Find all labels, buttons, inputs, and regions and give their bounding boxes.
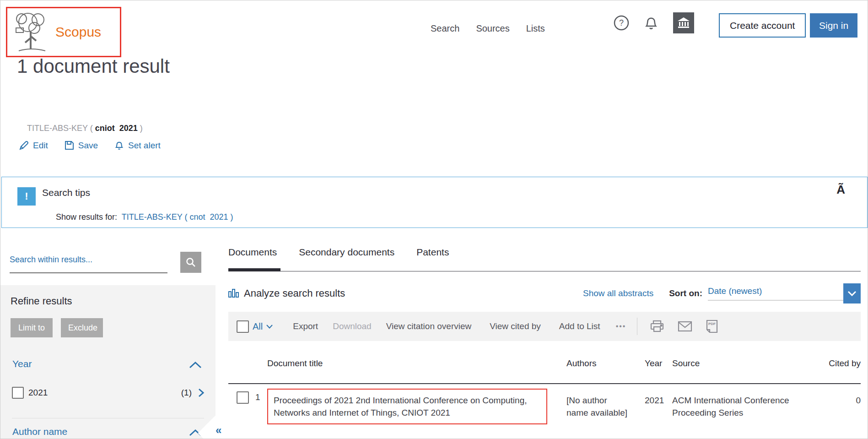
toolbar-divider xyxy=(637,318,637,335)
row-index: 1 xyxy=(255,392,260,402)
search-query: TITLE-ABS-KEY ( cniot 2021 ) xyxy=(18,114,143,143)
results-toolbar: All Export Download View citation overvi… xyxy=(228,312,861,341)
export-button[interactable]: Export xyxy=(293,321,318,331)
chevron-down-icon xyxy=(847,291,857,296)
svg-text:PDF: PDF xyxy=(708,322,716,326)
top-navigation: Search Sources Lists xyxy=(431,23,545,34)
exclude-button[interactable]: Exclude xyxy=(61,318,103,337)
svg-text:?: ? xyxy=(619,18,624,27)
save-query-link[interactable]: Save xyxy=(65,140,98,151)
print-icon[interactable] xyxy=(650,320,664,333)
sort-dropdown-button[interactable] xyxy=(843,283,861,304)
active-tab-indicator xyxy=(228,268,280,271)
alert-bell-icon xyxy=(114,140,124,151)
more-options-icon[interactable]: ••• xyxy=(616,322,626,331)
query-terms: cniot 2021 xyxy=(95,124,138,133)
row-source-link[interactable]: ACM International Conference Proceeding … xyxy=(672,394,791,419)
close-banner-icon[interactable]: Ã xyxy=(836,183,845,197)
tabs-baseline xyxy=(228,271,861,271)
sort-zone: Show all abstracts Sort on: Date (newest… xyxy=(583,283,861,304)
year-facet-header[interactable]: Year xyxy=(12,358,32,369)
search-icon xyxy=(185,257,196,268)
search-input-underline xyxy=(10,272,167,273)
refine-results-panel: Refine results Limit to Exclude Year 202… xyxy=(0,285,216,439)
query-prefix: TITLE-ABS-KEY ( xyxy=(27,124,95,133)
institution-icon[interactable] xyxy=(673,12,694,33)
select-all-checkbox[interactable] xyxy=(237,320,249,333)
facet-divider xyxy=(12,418,204,418)
year-facet-label[interactable]: 2021 xyxy=(28,388,48,398)
row-year: 2021 xyxy=(645,389,672,424)
result-tabs: Documents Secondary documents Patents xyxy=(228,243,861,266)
set-alert-link[interactable]: Set alert xyxy=(114,140,161,151)
search-tips-suggestion-line: Show results for: TITLE-ABS-KEY ( cnot 2… xyxy=(42,203,233,232)
sign-in-button[interactable]: Sign in xyxy=(810,13,857,38)
search-within-button[interactable] xyxy=(180,252,201,273)
row-authors: [No author name available] xyxy=(566,394,631,419)
tab-documents[interactable]: Documents xyxy=(228,243,277,266)
row-checkbox[interactable] xyxy=(237,391,249,404)
row-cited-by[interactable]: 0 xyxy=(823,389,861,424)
year-2021-checkbox[interactable] xyxy=(12,387,24,399)
help-icon[interactable]: ? xyxy=(614,15,629,31)
column-year: Year xyxy=(645,358,672,369)
page-title: 1 document result xyxy=(17,55,170,77)
document-title-link[interactable]: Proceedings of 2021 2nd International Co… xyxy=(274,396,527,417)
download-button: Download xyxy=(333,321,372,331)
sort-select-value[interactable]: Date (newest) xyxy=(708,286,843,301)
scopus-logo-text[interactable]: Scopus xyxy=(55,24,101,40)
show-all-abstracts-link[interactable]: Show all abstracts xyxy=(583,288,653,298)
analyze-row: Analyze search results Show all abstract… xyxy=(228,283,861,304)
edit-query-link[interactable]: Edit xyxy=(19,140,48,151)
nav-sources[interactable]: Sources xyxy=(476,23,509,34)
info-badge-icon: ! xyxy=(17,187,36,206)
notifications-bell-icon[interactable] xyxy=(644,15,658,31)
scopus-results-page: Scopus Search Sources Lists ? Create acc… xyxy=(0,0,868,439)
search-tips-title: Search tips xyxy=(42,187,90,198)
year-facet-count: (1) xyxy=(181,388,192,398)
author-facet-header[interactable]: Author name xyxy=(12,426,67,437)
year-facet-chevron-right-icon[interactable] xyxy=(198,388,204,397)
column-authors: Authors xyxy=(560,358,645,369)
year-facet-row: 2021 (1) xyxy=(12,387,204,399)
column-cited-by[interactable]: Cited by xyxy=(823,358,861,369)
add-to-list-button[interactable]: Add to List xyxy=(559,321,600,331)
save-icon xyxy=(65,141,74,150)
table-row: 1 Proceedings of 2021 2nd International … xyxy=(228,389,861,424)
select-all-control: All xyxy=(237,320,273,333)
table-header: Document title Authors Year Source Cited… xyxy=(228,358,861,369)
sort-on-label: Sort on: xyxy=(669,288,702,298)
bar-chart-icon xyxy=(228,288,239,299)
table-header-border xyxy=(228,383,861,384)
column-document-title[interactable]: Document title xyxy=(267,358,560,369)
column-source: Source xyxy=(672,358,823,369)
header-icons: ? xyxy=(614,12,694,33)
suggested-query-link[interactable]: TITLE-ABS-KEY ( cnot 2021 ) xyxy=(122,212,233,222)
scopus-tree-logo-icon[interactable] xyxy=(14,11,50,54)
query-actions: Edit Save Set alert xyxy=(19,140,161,151)
pdf-icon[interactable]: PDF xyxy=(706,320,718,333)
pencil-icon xyxy=(19,141,29,151)
view-cited-by-button[interactable]: View cited by xyxy=(490,321,541,331)
results-main: Documents Secondary documents Patents An… xyxy=(228,243,861,266)
all-chevron-down-icon xyxy=(266,325,273,329)
search-within-results-input[interactable] xyxy=(10,255,165,265)
refine-results-title: Refine results xyxy=(11,295,72,307)
tab-patents[interactable]: Patents xyxy=(416,243,449,266)
search-tips-banner: ! Search tips Show results for: TITLE-AB… xyxy=(1,177,868,228)
email-icon[interactable] xyxy=(678,321,692,332)
show-results-label: Show results for: xyxy=(56,212,122,222)
collapse-sidebar-icon[interactable]: « xyxy=(216,425,221,436)
document-title-annotation-box: Proceedings of 2021 2nd International Co… xyxy=(267,389,547,424)
limit-to-button[interactable]: Limit to xyxy=(11,318,53,337)
view-citation-overview-button[interactable]: View citation overview xyxy=(386,321,472,331)
nav-search[interactable]: Search xyxy=(431,23,459,34)
nav-lists[interactable]: Lists xyxy=(526,23,545,34)
tab-secondary-documents[interactable]: Secondary documents xyxy=(299,243,394,266)
query-suffix: ) xyxy=(138,124,143,133)
analyze-search-results-link[interactable]: Analyze search results xyxy=(228,287,345,299)
select-all-label[interactable]: All xyxy=(253,321,263,332)
year-collapse-chevron-up-icon[interactable] xyxy=(189,361,202,370)
create-account-button[interactable]: Create account xyxy=(719,13,806,38)
